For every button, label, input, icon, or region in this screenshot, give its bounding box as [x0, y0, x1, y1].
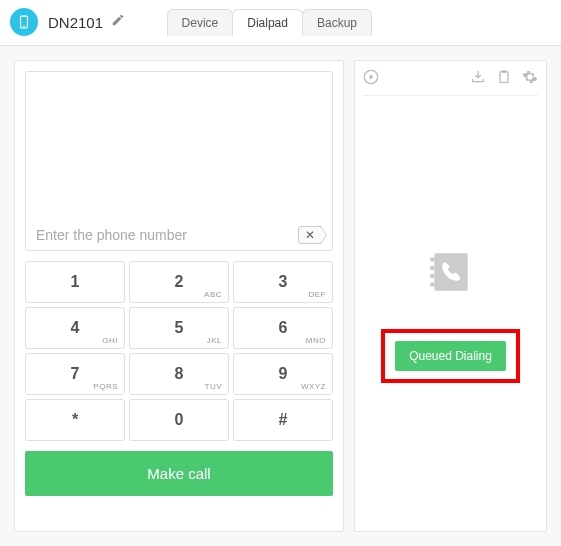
- keypad: 1 2ABC 3DEF 4GHI 5JKL 6MNO 7PQRS 8TUV 9W…: [25, 261, 333, 441]
- key-3[interactable]: 3DEF: [233, 261, 333, 303]
- dialpad-panel: ✕ 1 2ABC 3DEF 4GHI 5JKL 6MNO 7PQRS 8TUV …: [14, 60, 344, 532]
- tab-dialpad[interactable]: Dialpad: [232, 9, 303, 36]
- display-body: [26, 72, 332, 220]
- header: DN2101 Device Dialpad Backup: [0, 0, 561, 46]
- input-row: ✕: [26, 220, 332, 250]
- key-2[interactable]: 2ABC: [129, 261, 229, 303]
- key-5[interactable]: 5JKL: [129, 307, 229, 349]
- gear-icon[interactable]: [522, 69, 538, 89]
- device-name: DN2101: [48, 14, 103, 31]
- tab-bar: Device Dialpad Backup: [167, 9, 371, 36]
- svg-rect-1: [23, 26, 25, 27]
- queued-highlight: Queued Dialing: [381, 329, 520, 383]
- number-display: ✕: [25, 71, 333, 251]
- side-body: Queued Dialing: [363, 106, 538, 523]
- import-icon[interactable]: [470, 69, 486, 89]
- key-0[interactable]: 0: [129, 399, 229, 441]
- phone-input[interactable]: [36, 227, 298, 243]
- key-9[interactable]: 9WXYZ: [233, 353, 333, 395]
- svg-rect-4: [500, 72, 508, 83]
- key-hash[interactable]: #: [233, 399, 333, 441]
- close-icon: ✕: [305, 228, 315, 242]
- edit-icon[interactable]: [111, 13, 125, 31]
- play-icon[interactable]: [363, 69, 379, 89]
- backspace-button[interactable]: ✕: [298, 226, 322, 244]
- svg-marker-3: [370, 74, 374, 79]
- tab-device[interactable]: Device: [167, 9, 234, 36]
- contacts-icon: [426, 247, 476, 301]
- device-icon: [10, 8, 38, 36]
- svg-rect-5: [502, 70, 506, 73]
- clipboard-icon[interactable]: [496, 69, 512, 89]
- side-toolbar: [363, 69, 538, 96]
- tab-backup[interactable]: Backup: [302, 9, 372, 36]
- make-call-button[interactable]: Make call: [25, 451, 333, 496]
- svg-rect-6: [434, 253, 467, 291]
- key-1[interactable]: 1: [25, 261, 125, 303]
- key-8[interactable]: 8TUV: [129, 353, 229, 395]
- key-star[interactable]: *: [25, 399, 125, 441]
- side-panel: Queued Dialing: [354, 60, 547, 532]
- key-7[interactable]: 7PQRS: [25, 353, 125, 395]
- key-6[interactable]: 6MNO: [233, 307, 333, 349]
- content: ✕ 1 2ABC 3DEF 4GHI 5JKL 6MNO 7PQRS 8TUV …: [0, 46, 561, 546]
- queued-dialing-button[interactable]: Queued Dialing: [395, 341, 506, 371]
- key-4[interactable]: 4GHI: [25, 307, 125, 349]
